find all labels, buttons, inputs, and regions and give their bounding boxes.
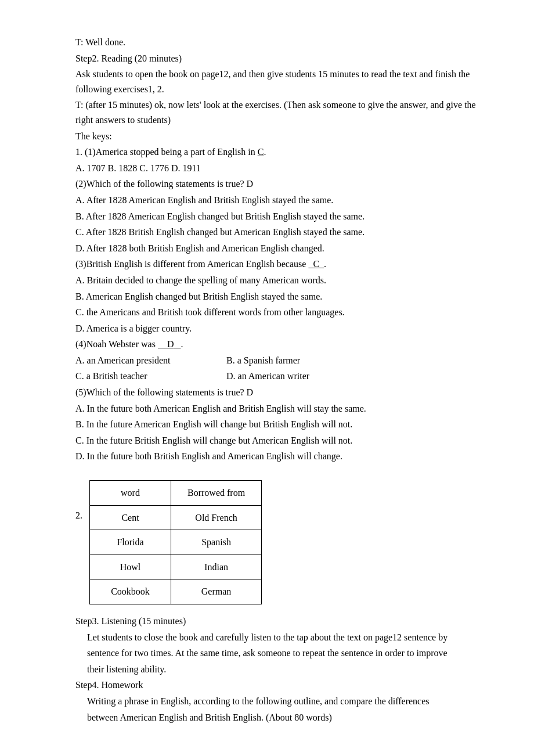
- col-word: word: [90, 481, 171, 506]
- table-row: CentOld French: [90, 505, 262, 530]
- step3-text3: their listening ability.: [75, 662, 476, 677]
- q5-d: D. In the future both British English an…: [75, 449, 476, 464]
- q5-b: B. In the future American English will c…: [75, 417, 476, 432]
- q2-stem: (2)Which of the following statements is …: [75, 177, 476, 192]
- q1-answer: C: [258, 147, 264, 157]
- col-borrowed: Borrowed from: [171, 481, 262, 506]
- q1-stem: 1. (1)America stopped being a part of En…: [75, 145, 476, 160]
- table-section: 2. word Borrowed from CentOld FrenchFlor…: [75, 480, 476, 604]
- step3-header: Step3. Listening (15 minutes): [75, 614, 476, 629]
- q4-b: B. a Spanish farmer: [226, 353, 300, 368]
- q2-d: D. After 1828 both British English and A…: [75, 241, 476, 256]
- main-content: T: Well done. Step2. Reading (20 minutes…: [75, 35, 476, 725]
- step3-text1: Let students to close the book and caref…: [75, 630, 476, 645]
- q5-c: C. In the future British English will ch…: [75, 433, 476, 448]
- q3-answer: C: [308, 259, 324, 269]
- q1-choices: A. 1707 B. 1828 C. 1776 D. 1911: [75, 161, 476, 176]
- q4-choices-row1: A. an American president B. a Spanish fa…: [75, 353, 476, 368]
- q4-a: A. an American president: [75, 353, 203, 368]
- step3-text2: sentence for two times. At the same time…: [75, 646, 476, 661]
- q3-b: B. American English changed but British …: [75, 289, 476, 304]
- step2-header: Step2. Reading (20 minutes): [75, 51, 476, 66]
- q5-stem: (5)Which of the following statements is …: [75, 385, 476, 400]
- table-row: CookbookGerman: [90, 579, 262, 604]
- t-after: T: (after 15 minutes) ok, now lets' look…: [75, 98, 476, 127]
- q2-a: A. After 1828 American English and Briti…: [75, 193, 476, 208]
- q2-c: C. After 1828 British English changed bu…: [75, 225, 476, 240]
- q3-a: A. Britain decided to change the spellin…: [75, 273, 476, 288]
- q5-a: A. In the future both American English a…: [75, 401, 476, 416]
- q3-stem: (3)British English is different from Ame…: [75, 257, 476, 272]
- t-well-done: T: Well done.: [75, 35, 476, 50]
- step4-text1: Writing a phrase in English, according t…: [75, 694, 476, 709]
- step4-header: Step4. Homework: [75, 678, 476, 693]
- q4-choices-row2: C. a British teacher D. an American writ…: [75, 369, 476, 384]
- borrowed-table: word Borrowed from CentOld FrenchFlorida…: [89, 480, 262, 604]
- table-row: FloridaSpanish: [90, 530, 262, 555]
- q4-d: D. an American writer: [226, 369, 309, 384]
- q2-b: B. After 1828 American English changed b…: [75, 209, 476, 224]
- step2-instruction: Ask students to open the book on page12,…: [75, 67, 476, 96]
- q4-answer: D: [158, 339, 181, 349]
- q4-stem: (4)Noah Webster was D .: [75, 337, 476, 352]
- table-number: 2.: [75, 480, 82, 523]
- the-keys: The keys:: [75, 129, 476, 144]
- q4-c: C. a British teacher: [75, 369, 203, 384]
- step4-text2: between American English and British Eng…: [75, 710, 476, 725]
- q3-d: D. America is a bigger country.: [75, 321, 476, 336]
- table-row: HowlIndian: [90, 555, 262, 579]
- q3-c: C. the Americans and British took differ…: [75, 305, 476, 320]
